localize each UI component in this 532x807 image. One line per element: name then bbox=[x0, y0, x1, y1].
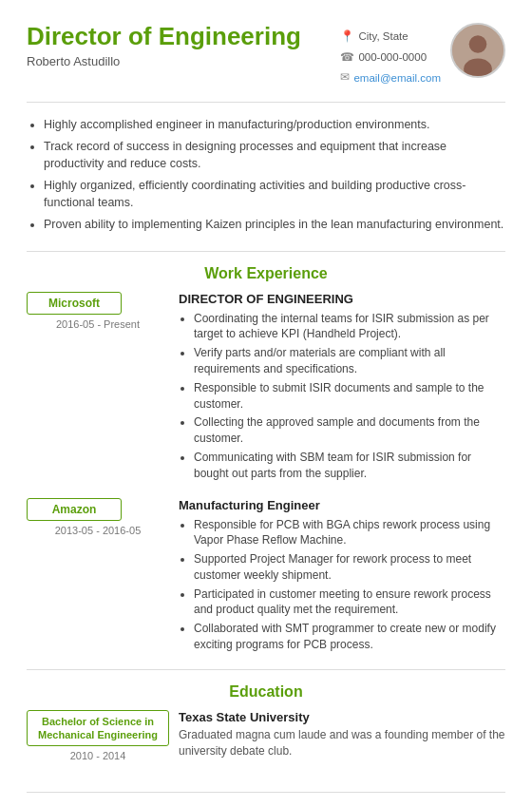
header-right: 📍 City, State ☎ 000-000-0000 ✉ email@ema… bbox=[340, 23, 505, 88]
job-title-text: DIRECTOR OF ENGINEERING bbox=[179, 292, 505, 306]
work-heading: Work Experience bbox=[204, 265, 328, 281]
company-box: Amazon bbox=[27, 498, 122, 521]
edu-heading: Education bbox=[229, 683, 302, 700]
divider-1 bbox=[27, 251, 505, 252]
job-bullet: Collecting the approved sample and docum… bbox=[194, 414, 505, 447]
email-icon: ✉ bbox=[340, 67, 350, 88]
job-bullet: Participated in customer meeting to ensu… bbox=[194, 586, 505, 619]
edu-heading-row: Education bbox=[27, 683, 505, 701]
jobs-container: Microsoft2016-05 - PresentDIRECTOR OF EN… bbox=[27, 292, 505, 656]
phone-text: 000-000-0000 bbox=[358, 48, 427, 67]
edu-description: Graduated magna cum laude and was a foun… bbox=[179, 727, 505, 759]
job-bullets: Coordinating the internal teams for ISIR… bbox=[179, 311, 505, 482]
divider-3 bbox=[27, 792, 505, 793]
degree-box: Bachelor of Science in Mechanical Engine… bbox=[27, 710, 169, 747]
job-bullet: Responsible for PCB with BGA chips rewor… bbox=[194, 517, 505, 549]
divider-2 bbox=[27, 669, 505, 670]
edu-school: Texas State University bbox=[179, 710, 505, 724]
job-title-heading: Director of Engineering bbox=[27, 23, 301, 50]
job-left: Amazon2013-05 - 2016-05 bbox=[27, 498, 179, 656]
avatar bbox=[450, 23, 505, 78]
summary-bullet: Highly organized, efficiently coordinati… bbox=[44, 177, 505, 211]
edu-right: Texas State University Graduated magna c… bbox=[179, 710, 505, 779]
contact-info: 📍 City, State ☎ 000-000-0000 ✉ email@ema… bbox=[340, 27, 441, 88]
company-box: Microsoft bbox=[27, 292, 122, 315]
job-bullet: Responsible to submit ISIR documents and… bbox=[194, 380, 505, 413]
summary-bullet: Proven ability to implementing Kaizen pr… bbox=[44, 216, 505, 233]
location-text: City, State bbox=[358, 27, 408, 47]
job-bullet: Supported Project Manager for rework pro… bbox=[194, 551, 505, 584]
job-block: Amazon2013-05 - 2016-05Manufacturing Eng… bbox=[27, 498, 505, 656]
education-section: Education Bachelor of Science in Mechani… bbox=[27, 683, 505, 779]
job-right: Manufacturing EngineerResponsible for PC… bbox=[179, 498, 505, 656]
summary-list: Highly accomplished engineer in manufact… bbox=[27, 116, 505, 234]
summary-bullet: Highly accomplished engineer in manufact… bbox=[44, 116, 505, 133]
job-bullet: Coordinating the internal teams for ISIR… bbox=[194, 311, 505, 343]
svg-point-1 bbox=[469, 35, 487, 53]
location-icon: 📍 bbox=[340, 27, 354, 48]
job-bullet: Verify parts and/or materials are compli… bbox=[194, 345, 505, 377]
phone-item: ☎ 000-000-0000 bbox=[340, 48, 441, 68]
job-dates: 2016-05 - Present bbox=[27, 318, 169, 330]
job-left: Microsoft2016-05 - Present bbox=[27, 292, 179, 485]
job-block: Microsoft2016-05 - PresentDIRECTOR OF EN… bbox=[27, 292, 505, 485]
job-dates: 2013-05 - 2016-05 bbox=[27, 525, 169, 536]
education-block: Bachelor of Science in Mechanical Engine… bbox=[27, 710, 505, 779]
header: Director of Engineering Roberto Astudill… bbox=[27, 23, 505, 103]
work-heading-row: Work Experience bbox=[27, 265, 505, 282]
summary-bullet: Track record of success in designing pro… bbox=[44, 138, 505, 172]
work-experience-section: Work Experience Microsoft2016-05 - Prese… bbox=[27, 265, 505, 656]
edu-left: Bachelor of Science in Mechanical Engine… bbox=[27, 710, 179, 779]
header-left: Director of Engineering Roberto Astudill… bbox=[27, 23, 301, 68]
summary-section: Highly accomplished engineer in manufact… bbox=[27, 116, 505, 234]
candidate-name: Roberto Astudillo bbox=[27, 54, 301, 68]
job-title-text: Manufacturing Engineer bbox=[179, 498, 505, 512]
job-bullet: Communicating with SBM team for ISIR sub… bbox=[194, 450, 505, 482]
edu-dates: 2010 - 2014 bbox=[27, 750, 169, 761]
email-item: ✉ email@email.com bbox=[340, 67, 441, 88]
location-item: 📍 City, State bbox=[340, 27, 441, 48]
job-bullets: Responsible for PCB with BGA chips rewor… bbox=[179, 517, 505, 653]
job-bullet: Collaborated with SMT programmer to crea… bbox=[194, 621, 505, 653]
job-right: DIRECTOR OF ENGINEERINGCoordinating the … bbox=[179, 292, 505, 485]
email-link[interactable]: email@email.com bbox=[353, 68, 441, 88]
phone-icon: ☎ bbox=[340, 48, 354, 68]
